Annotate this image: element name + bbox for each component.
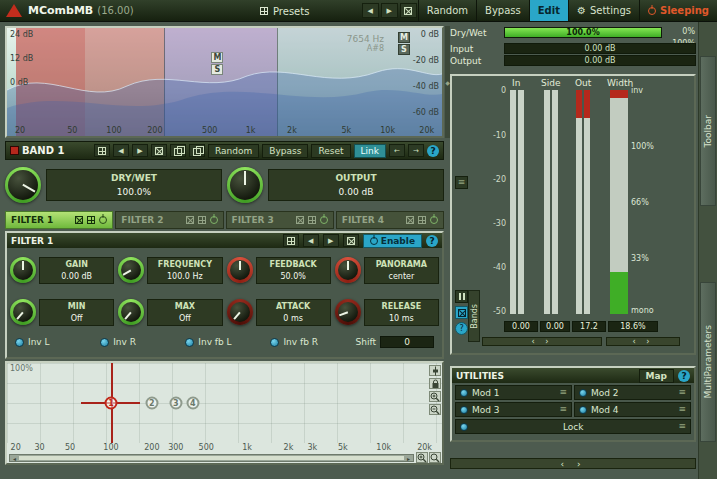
band-ab-button[interactable] — [151, 144, 167, 157]
tab-filter-4[interactable]: FILTER 4 — [336, 211, 444, 229]
band-color-swatch[interactable] — [10, 146, 19, 155]
graph-zoom-in-button[interactable] — [416, 452, 428, 463]
solo-icon[interactable] — [75, 216, 83, 224]
global-input-slider[interactable]: 0.00 dB — [504, 43, 696, 54]
bands-toggle-button[interactable]: Bands — [468, 290, 480, 342]
edit-button[interactable]: Edit — [529, 0, 568, 21]
release-readout[interactable]: RELEASE10 ms — [364, 299, 439, 326]
band-prev-button[interactable]: ◀ — [113, 144, 129, 157]
mod-4-button[interactable]: Mod 4≡ — [574, 402, 691, 417]
prev-preset-button[interactable]: ◀ — [362, 3, 379, 18]
burger-icon[interactable]: ≡ — [559, 405, 567, 414]
ab-compare-button[interactable] — [400, 3, 417, 18]
meter-pause-button[interactable] — [455, 290, 468, 303]
shift-value-field[interactable]: 0 — [380, 336, 434, 348]
mod-1-button[interactable]: Mod 1≡ — [455, 385, 572, 400]
min-readout[interactable]: MINOff — [39, 299, 114, 326]
band-paste-button[interactable] — [189, 144, 205, 157]
gain-readout[interactable]: GAIN0.00 dB — [39, 257, 114, 284]
inv-l-checkbox[interactable]: Inv L — [15, 337, 96, 347]
scroll-left-icon[interactable]: ◂ — [10, 455, 19, 462]
burger-icon[interactable]: ≡ — [678, 388, 686, 397]
lock-enable-dot[interactable] — [460, 423, 468, 431]
graph-point-3[interactable]: 3 — [169, 397, 182, 410]
filter-ab-button[interactable] — [343, 234, 359, 247]
grid-icon[interactable] — [198, 216, 206, 224]
zoom-out-button[interactable] — [429, 404, 441, 415]
mod-enable-dot[interactable] — [460, 406, 468, 414]
scroll-right-icon[interactable]: ▸ — [404, 455, 413, 462]
lock-button[interactable]: Lock≡ — [455, 419, 691, 434]
spectrum-analyzer[interactable]: 24 dB 12 dB 0 dB 0 dB -20 dB -40 dB -60 … — [5, 26, 444, 138]
graph-point-4[interactable]: 4 — [186, 397, 199, 410]
drywet-readout[interactable]: DRY/WET 100.0% — [46, 169, 222, 201]
filter-enable-button[interactable]: Enable — [363, 234, 422, 248]
graph-plot-area[interactable]: 100% 1 2 3 4 — [7, 363, 442, 443]
band-help-button[interactable]: ? — [427, 145, 439, 157]
mod-enable-dot[interactable] — [579, 389, 587, 397]
inv-fb-l-checkbox[interactable]: Inv fb L — [185, 337, 266, 347]
feedback-readout[interactable]: FEEDBACK50.0% — [256, 257, 331, 284]
meter-menu-button[interactable]: ≡ — [455, 176, 468, 189]
graph-point-2[interactable]: 2 — [145, 397, 158, 410]
output-knob[interactable] — [227, 167, 263, 203]
graph-horizontal-scrollbar[interactable]: ◂ ▸ — [9, 454, 414, 462]
burger-icon[interactable]: ≡ — [678, 405, 686, 414]
meter-help-button[interactable]: ? — [455, 322, 468, 335]
grid-icon[interactable] — [418, 216, 426, 224]
filter-prev-button[interactable]: ◀ — [303, 234, 319, 247]
inv-fb-r-checkbox[interactable]: Inv fb R — [270, 337, 351, 347]
frequency-knob[interactable] — [118, 257, 144, 283]
attack-knob[interactable] — [227, 299, 253, 325]
drywet-knob[interactable] — [5, 167, 41, 203]
global-drywet-slider[interactable]: 100.0% — [504, 27, 662, 38]
band-redo-button[interactable]: → — [408, 144, 424, 157]
meter-display-button[interactable] — [455, 306, 468, 319]
min-knob[interactable] — [10, 299, 36, 325]
sleeping-button[interactable]: Sleeping — [639, 0, 717, 21]
gain-knob[interactable] — [10, 257, 36, 283]
panorama-readout[interactable]: PANORAMAcenter — [364, 257, 439, 284]
graph-zoom-auto-button[interactable] — [429, 452, 441, 463]
max-readout[interactable]: MAXOff — [147, 299, 222, 326]
lock-button[interactable] — [429, 378, 441, 389]
global-output-slider[interactable]: 0.00 dB — [504, 55, 696, 66]
filter-grid-button[interactable] — [283, 234, 299, 247]
frequency-readout[interactable]: FREQUENCY100.0 Hz — [147, 257, 222, 284]
comb-shape-graph[interactable]: 100% 1 2 3 4 20 30 50 100 200 300 500 1k… — [5, 361, 444, 465]
burger-icon[interactable]: ≡ — [559, 388, 567, 397]
band-side-button[interactable]: S — [211, 64, 223, 75]
randomize-button[interactable]: Random — [418, 0, 476, 21]
power-icon[interactable] — [430, 216, 438, 224]
max-knob[interactable] — [118, 299, 144, 325]
power-icon[interactable] — [320, 216, 328, 224]
right-panel-scrollbar[interactable]: ‹ › — [450, 458, 696, 469]
band-undo-button[interactable]: ← — [389, 144, 405, 157]
mod-enable-dot[interactable] — [460, 389, 468, 397]
inv-r-checkbox[interactable]: Inv R — [100, 337, 181, 347]
panorama-knob[interactable] — [335, 257, 361, 283]
filter-help-button[interactable]: ? — [426, 235, 438, 247]
filter-next-button[interactable]: ▶ — [323, 234, 339, 247]
grid-icon[interactable] — [308, 216, 316, 224]
mod-3-button[interactable]: Mod 3≡ — [455, 402, 572, 417]
power-icon[interactable] — [99, 216, 107, 224]
tab-filter-3[interactable]: FILTER 3 — [226, 211, 334, 229]
band-mid-button[interactable]: M — [211, 52, 223, 63]
mid-button[interactable]: M — [398, 32, 410, 43]
feedback-knob[interactable] — [227, 257, 253, 283]
presets-button[interactable]: Presets — [252, 0, 317, 22]
mod-enable-dot[interactable] — [579, 406, 587, 414]
output-readout[interactable]: OUTPUT 0.00 dB — [268, 169, 444, 201]
solo-icon[interactable] — [296, 216, 304, 224]
bypass-button[interactable]: Bypass — [476, 0, 529, 21]
tab-filter-1[interactable]: FILTER 1 — [5, 211, 113, 229]
scrollbar-thumb[interactable] — [19, 456, 404, 460]
band-next-button[interactable]: ▶ — [132, 144, 148, 157]
grid-icon[interactable] — [87, 216, 95, 224]
band-link-button[interactable]: Link — [354, 144, 386, 158]
settings-button[interactable]: ⚙Settings — [568, 0, 639, 21]
burger-icon[interactable]: ≡ — [678, 422, 686, 431]
solo-icon[interactable] — [406, 216, 414, 224]
band-copy-button[interactable] — [170, 144, 186, 157]
